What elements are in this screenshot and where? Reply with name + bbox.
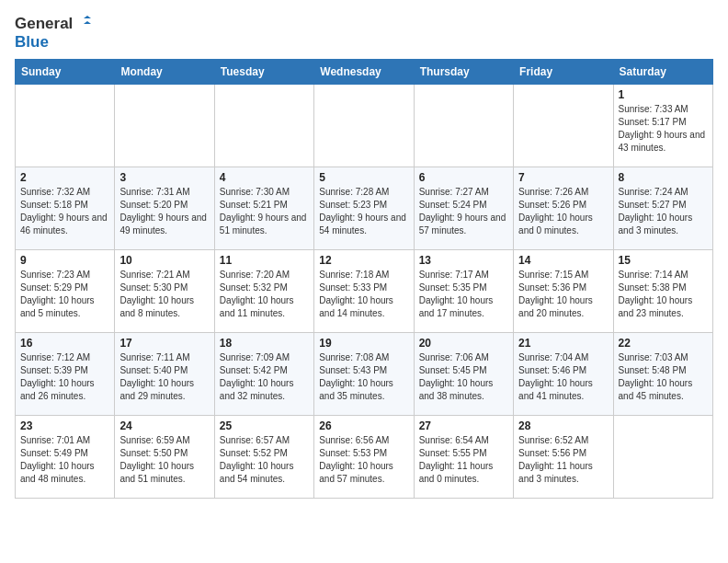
calendar-cell: 5Sunrise: 7:28 AM Sunset: 5:23 PM Daylig… bbox=[314, 167, 414, 250]
calendar-cell bbox=[16, 85, 115, 167]
day-info: Sunrise: 7:11 AM Sunset: 5:40 PM Dayligh… bbox=[119, 351, 209, 403]
svg-marker-1 bbox=[84, 21, 91, 24]
day-info: Sunrise: 7:09 AM Sunset: 5:42 PM Dayligh… bbox=[220, 351, 309, 403]
day-number: 8 bbox=[619, 171, 708, 184]
day-info: Sunrise: 7:27 AM Sunset: 5:24 PM Dayligh… bbox=[419, 186, 508, 237]
day-number: 16 bbox=[20, 337, 109, 350]
day-info: Sunrise: 7:18 AM Sunset: 5:33 PM Dayligh… bbox=[319, 269, 408, 320]
day-number: 25 bbox=[220, 419, 309, 432]
logo-bird-icon bbox=[74, 16, 91, 32]
day-info: Sunrise: 7:21 AM Sunset: 5:30 PM Dayligh… bbox=[119, 269, 209, 320]
day-number: 4 bbox=[220, 171, 309, 184]
calendar-cell: 3Sunrise: 7:31 AM Sunset: 5:20 PM Daylig… bbox=[115, 167, 214, 250]
day-info: Sunrise: 6:56 AM Sunset: 5:53 PM Dayligh… bbox=[319, 434, 408, 486]
calendar-cell: 16Sunrise: 7:12 AM Sunset: 5:39 PM Dayli… bbox=[16, 333, 115, 416]
day-info: Sunrise: 6:54 AM Sunset: 5:55 PM Dayligh… bbox=[419, 434, 508, 486]
calendar-cell: 24Sunrise: 6:59 AM Sunset: 5:50 PM Dayli… bbox=[115, 416, 214, 499]
calendar-cell: 6Sunrise: 7:27 AM Sunset: 5:24 PM Daylig… bbox=[414, 167, 513, 250]
column-header-sunday: Sunday bbox=[16, 60, 115, 85]
day-info: Sunrise: 7:17 AM Sunset: 5:35 PM Dayligh… bbox=[419, 269, 508, 320]
day-info: Sunrise: 7:01 AM Sunset: 5:49 PM Dayligh… bbox=[20, 434, 109, 486]
day-number: 14 bbox=[518, 254, 608, 267]
day-info: Sunrise: 6:52 AM Sunset: 5:56 PM Dayligh… bbox=[518, 434, 608, 486]
calendar-cell: 20Sunrise: 7:06 AM Sunset: 5:45 PM Dayli… bbox=[414, 333, 513, 416]
calendar-cell bbox=[613, 416, 712, 499]
logo: General Blue bbox=[15, 15, 91, 52]
logo-general: General bbox=[15, 15, 73, 33]
calendar-cell: 26Sunrise: 6:56 AM Sunset: 5:53 PM Dayli… bbox=[314, 416, 414, 499]
calendar-cell: 4Sunrise: 7:30 AM Sunset: 5:21 PM Daylig… bbox=[214, 167, 313, 250]
column-header-monday: Monday bbox=[115, 60, 214, 85]
day-number: 20 bbox=[419, 337, 508, 350]
day-number: 26 bbox=[319, 419, 408, 432]
day-info: Sunrise: 7:32 AM Sunset: 5:18 PM Dayligh… bbox=[20, 186, 109, 237]
day-number: 17 bbox=[119, 337, 209, 350]
day-info: Sunrise: 7:12 AM Sunset: 5:39 PM Dayligh… bbox=[20, 351, 109, 403]
day-number: 23 bbox=[20, 419, 109, 432]
day-number: 2 bbox=[20, 171, 109, 184]
day-number: 1 bbox=[619, 88, 708, 101]
day-info: Sunrise: 7:03 AM Sunset: 5:48 PM Dayligh… bbox=[619, 351, 708, 403]
day-info: Sunrise: 7:20 AM Sunset: 5:32 PM Dayligh… bbox=[220, 269, 309, 320]
calendar-cell: 21Sunrise: 7:04 AM Sunset: 5:46 PM Dayli… bbox=[514, 333, 613, 416]
day-number: 18 bbox=[220, 337, 309, 350]
calendar-cell bbox=[115, 85, 214, 167]
day-number: 28 bbox=[518, 419, 608, 432]
calendar-cell: 14Sunrise: 7:15 AM Sunset: 5:36 PM Dayli… bbox=[514, 250, 613, 333]
column-header-tuesday: Tuesday bbox=[214, 60, 313, 85]
day-info: Sunrise: 7:31 AM Sunset: 5:20 PM Dayligh… bbox=[119, 186, 209, 237]
calendar-cell: 19Sunrise: 7:08 AM Sunset: 5:43 PM Dayli… bbox=[314, 333, 414, 416]
calendar-cell bbox=[314, 85, 414, 167]
day-number: 15 bbox=[619, 254, 708, 267]
calendar-header-row: SundayMondayTuesdayWednesdayThursdayFrid… bbox=[16, 60, 713, 85]
day-info: Sunrise: 7:06 AM Sunset: 5:45 PM Dayligh… bbox=[419, 351, 508, 403]
calendar-cell: 22Sunrise: 7:03 AM Sunset: 5:48 PM Dayli… bbox=[613, 333, 712, 416]
day-number: 3 bbox=[119, 171, 209, 184]
calendar-cell bbox=[514, 85, 613, 167]
calendar-cell: 17Sunrise: 7:11 AM Sunset: 5:40 PM Dayli… bbox=[115, 333, 214, 416]
calendar-cell: 11Sunrise: 7:20 AM Sunset: 5:32 PM Dayli… bbox=[214, 250, 313, 333]
calendar-cell: 7Sunrise: 7:26 AM Sunset: 5:26 PM Daylig… bbox=[514, 167, 613, 250]
logo-blue: Blue bbox=[15, 33, 49, 52]
calendar-cell: 12Sunrise: 7:18 AM Sunset: 5:33 PM Dayli… bbox=[314, 250, 414, 333]
calendar-cell: 2Sunrise: 7:32 AM Sunset: 5:18 PM Daylig… bbox=[16, 167, 115, 250]
calendar-cell: 8Sunrise: 7:24 AM Sunset: 5:27 PM Daylig… bbox=[613, 167, 712, 250]
day-number: 5 bbox=[319, 171, 408, 184]
calendar-week-row: 23Sunrise: 7:01 AM Sunset: 5:49 PM Dayli… bbox=[16, 416, 713, 499]
calendar-week-row: 9Sunrise: 7:23 AM Sunset: 5:29 PM Daylig… bbox=[16, 250, 713, 333]
calendar-cell: 18Sunrise: 7:09 AM Sunset: 5:42 PM Dayli… bbox=[214, 333, 313, 416]
calendar-cell: 13Sunrise: 7:17 AM Sunset: 5:35 PM Dayli… bbox=[414, 250, 513, 333]
calendar-cell: 25Sunrise: 6:57 AM Sunset: 5:52 PM Dayli… bbox=[214, 416, 313, 499]
calendar-week-row: 1Sunrise: 7:33 AM Sunset: 5:17 PM Daylig… bbox=[16, 85, 713, 167]
day-number: 12 bbox=[319, 254, 408, 267]
calendar-week-row: 16Sunrise: 7:12 AM Sunset: 5:39 PM Dayli… bbox=[16, 333, 713, 416]
column-header-friday: Friday bbox=[514, 60, 613, 85]
day-info: Sunrise: 7:15 AM Sunset: 5:36 PM Dayligh… bbox=[518, 269, 608, 320]
day-info: Sunrise: 7:30 AM Sunset: 5:21 PM Dayligh… bbox=[220, 186, 309, 237]
day-number: 6 bbox=[419, 171, 508, 184]
day-number: 11 bbox=[220, 254, 309, 267]
calendar-cell: 28Sunrise: 6:52 AM Sunset: 5:56 PM Dayli… bbox=[514, 416, 613, 499]
calendar-table: SundayMondayTuesdayWednesdayThursdayFrid… bbox=[15, 59, 713, 499]
calendar-cell bbox=[414, 85, 513, 167]
calendar-cell: 1Sunrise: 7:33 AM Sunset: 5:17 PM Daylig… bbox=[613, 85, 712, 167]
day-info: Sunrise: 7:08 AM Sunset: 5:43 PM Dayligh… bbox=[319, 351, 408, 403]
day-info: Sunrise: 7:04 AM Sunset: 5:46 PM Dayligh… bbox=[518, 351, 608, 403]
day-info: Sunrise: 7:23 AM Sunset: 5:29 PM Dayligh… bbox=[20, 269, 109, 320]
column-header-wednesday: Wednesday bbox=[314, 60, 414, 85]
svg-marker-0 bbox=[84, 16, 91, 18]
logo-text-block: General Blue bbox=[15, 15, 91, 52]
calendar-cell: 15Sunrise: 7:14 AM Sunset: 5:38 PM Dayli… bbox=[613, 250, 712, 333]
calendar-week-row: 2Sunrise: 7:32 AM Sunset: 5:18 PM Daylig… bbox=[16, 167, 713, 250]
calendar-cell bbox=[214, 85, 313, 167]
day-number: 22 bbox=[619, 337, 708, 350]
day-number: 9 bbox=[20, 254, 109, 267]
day-number: 21 bbox=[518, 337, 608, 350]
calendar-cell: 27Sunrise: 6:54 AM Sunset: 5:55 PM Dayli… bbox=[414, 416, 513, 499]
day-info: Sunrise: 7:26 AM Sunset: 5:26 PM Dayligh… bbox=[518, 186, 608, 237]
column-header-saturday: Saturday bbox=[613, 60, 712, 85]
day-number: 27 bbox=[419, 419, 508, 432]
calendar-cell: 23Sunrise: 7:01 AM Sunset: 5:49 PM Dayli… bbox=[16, 416, 115, 499]
calendar-cell: 9Sunrise: 7:23 AM Sunset: 5:29 PM Daylig… bbox=[16, 250, 115, 333]
day-info: Sunrise: 7:14 AM Sunset: 5:38 PM Dayligh… bbox=[619, 269, 708, 320]
